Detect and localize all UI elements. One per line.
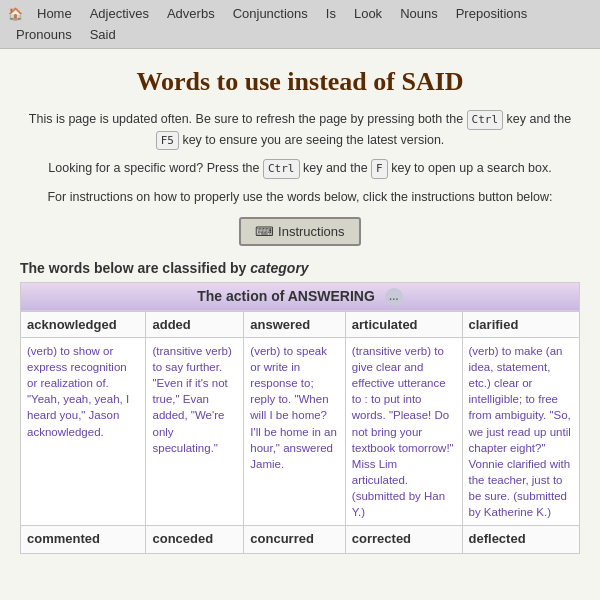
info-line3: For instructions on how to properly use … (20, 187, 580, 207)
bottom-word-cell: conceded (146, 526, 244, 554)
nav-said[interactable]: Said (82, 25, 124, 44)
ctrl-key-2: Ctrl (263, 159, 300, 179)
nav-adjectives[interactable]: Adjectives (82, 4, 157, 23)
f-key: F (371, 159, 388, 179)
word-desc-cell: (verb) to speak or write in response to;… (244, 338, 346, 526)
section-header: The words below are classified by catego… (20, 260, 580, 276)
nav-nouns[interactable]: Nouns (392, 4, 446, 23)
word-header-cell: articulated (345, 312, 462, 338)
bottom-word-cell: concurred (244, 526, 346, 554)
word-table: The action of ANSWERING … acknowledgedad… (20, 282, 580, 554)
nav-home[interactable]: Home (29, 4, 80, 23)
keyboard-icon: ⌨ (255, 224, 274, 239)
word-header-cell: acknowledged (21, 312, 146, 338)
word-header-cell: clarified (462, 312, 579, 338)
word-desc-cell: (transitive verb) to give clear and effe… (345, 338, 462, 526)
bottom-word-cell: commented (21, 526, 146, 554)
instructions-button[interactable]: ⌨ Instructions (239, 217, 360, 246)
page-title: Words to use instead of SAID (20, 67, 580, 97)
instructions-label: Instructions (278, 224, 344, 239)
bottom-word-cell: corrected (345, 526, 462, 554)
word-header-cell: answered (244, 312, 346, 338)
nav-is[interactable]: Is (318, 4, 344, 23)
f5-key: F5 (156, 131, 179, 151)
nav-look[interactable]: Look (346, 4, 390, 23)
bottom-word-cell: deflected (462, 526, 579, 554)
navbar: 🏠 Home Adjectives Adverbs Conjunctions I… (0, 0, 600, 49)
word-header-cell: added (146, 312, 244, 338)
word-desc-cell: (transitive verb) to say further. "Even … (146, 338, 244, 526)
category-label: The action of ANSWERING (197, 288, 375, 304)
nav-conjunctions[interactable]: Conjunctions (225, 4, 316, 23)
category-bubble: … (385, 288, 403, 306)
category-header: The action of ANSWERING … (21, 282, 580, 311)
nav-prepositions[interactable]: Prepositions (448, 4, 536, 23)
ctrl-key-1: Ctrl (467, 110, 504, 130)
main-content: Words to use instead of SAID This is pag… (0, 49, 600, 600)
info-line2: Looking for a specific word? Press the C… (20, 158, 580, 179)
word-desc-cell: (verb) to make (an idea, statement, etc.… (462, 338, 579, 526)
home-icon: 🏠 (8, 7, 23, 21)
nav-adverbs[interactable]: Adverbs (159, 4, 223, 23)
info-line1: This is page is updated often. Be sure t… (20, 109, 580, 150)
nav-pronouns[interactable]: Pronouns (8, 25, 80, 44)
word-desc-cell: (verb) to show or express recognition or… (21, 338, 146, 526)
